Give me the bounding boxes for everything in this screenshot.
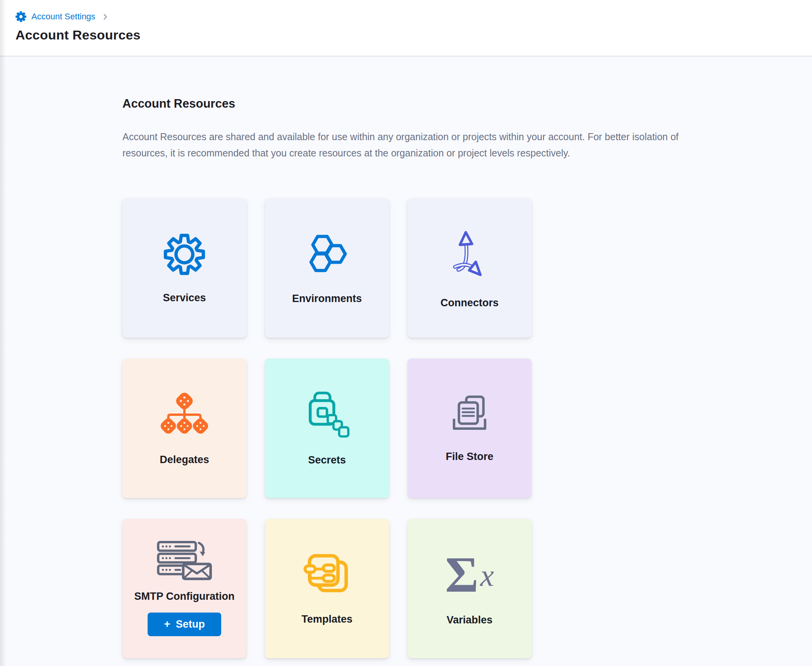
plus-icon: + [164, 619, 170, 630]
card-delegates[interactable]: Delegates [122, 359, 246, 498]
card-services[interactable]: Services [122, 198, 246, 338]
card-label: SMTP Configuration [134, 590, 235, 602]
chevron-right-icon [101, 13, 109, 21]
card-label: Variables [447, 614, 493, 626]
smtp-server-mail-icon [155, 541, 214, 580]
card-file-store[interactable]: File Store [408, 359, 532, 498]
card-label: Services [163, 292, 206, 304]
math-x-glyph: x [480, 558, 494, 593]
card-label: Delegates [160, 454, 209, 466]
file-store-documents-icon [447, 394, 492, 435]
sigma-glyph: Σ [445, 552, 478, 598]
delegates-tree-icon [161, 391, 208, 438]
card-connectors[interactable]: Connectors [408, 198, 532, 338]
card-variables[interactable]: Σx Variables [408, 519, 532, 658]
variables-sigma-icon: Σx [445, 551, 494, 599]
card-secrets[interactable]: Secrets [265, 359, 389, 498]
connectors-arrows-icon [449, 227, 490, 282]
section-heading: Account Resources [122, 97, 812, 111]
settings-gear-icon [15, 11, 26, 22]
breadcrumb: Account Settings [15, 11, 812, 22]
card-templates[interactable]: Templates [265, 519, 389, 658]
card-label: Secrets [308, 454, 346, 466]
templates-stack-icon [304, 552, 350, 598]
secrets-lock-icon [303, 391, 351, 439]
smtp-setup-button[interactable]: + Setup [148, 613, 221, 636]
page-title: Account Resources [15, 27, 812, 43]
breadcrumb-link-account-settings[interactable]: Account Settings [31, 12, 95, 22]
card-label: File Store [446, 451, 493, 463]
section-description: Account Resources are shared and availab… [122, 129, 696, 161]
main-content: Account Resources Account Resources are … [0, 57, 812, 658]
card-label: Environments [292, 293, 362, 305]
card-label: Connectors [440, 297, 499, 309]
setup-button-label: Setup [176, 618, 205, 630]
card-environments[interactable]: Environments [265, 198, 389, 338]
card-label: Templates [301, 613, 353, 625]
page-header: Account Settings Account Resources [0, 0, 812, 57]
environments-hexagons-icon [304, 232, 350, 277]
card-smtp-configuration[interactable]: SMTP Configuration + Setup [122, 519, 246, 658]
services-gear-icon [162, 232, 206, 276]
resource-card-grid: Services Environments Connectors [122, 198, 812, 658]
